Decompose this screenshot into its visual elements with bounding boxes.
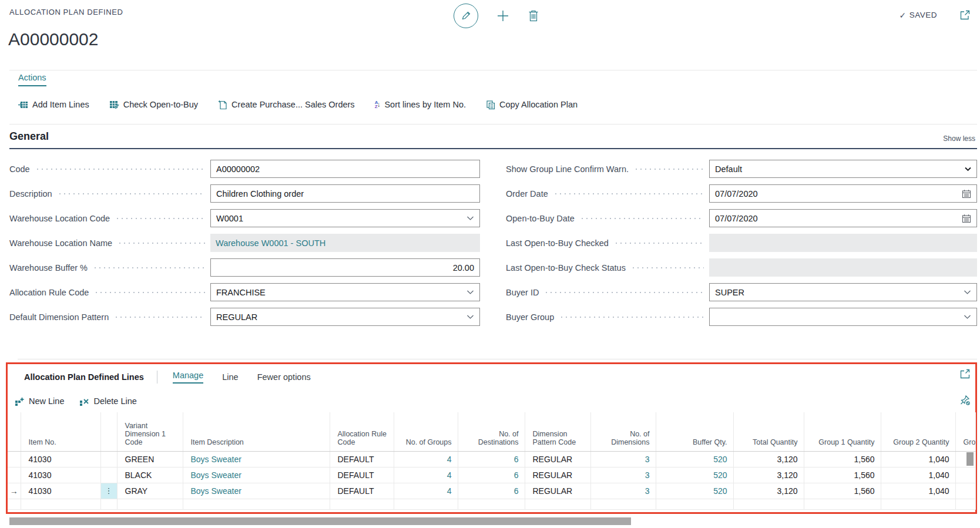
description-input[interactable] [216,189,474,199]
tab-manage[interactable]: Manage [173,371,203,384]
maximize-lines-button[interactable] [959,368,971,379]
horizontal-scrollbar-thumb[interactable] [9,517,631,525]
check-open-to-buy-icon [109,100,119,110]
col-header-no-of-groups[interactable]: No. of Groups [394,412,458,451]
chevron-down-icon[interactable] [466,216,474,221]
cell-group1-qty[interactable]: 1,560 [804,451,881,467]
cell-group3-qty-cut[interactable] [955,483,975,499]
show-less-link[interactable]: Show less [943,134,975,143]
allocation-rule-code-input[interactable] [216,288,463,297]
col-header-no-of-dimensions[interactable]: No. of Dimensions [590,412,656,451]
cell-group1-qty[interactable]: 1,560 [804,467,881,483]
chevron-down-icon[interactable] [964,314,971,320]
tab-actions[interactable]: Actions [18,73,46,86]
col-header-dimension-pattern-code[interactable]: Dimension Pattern Code [525,412,590,451]
table-vertical-scrollbar-thumb[interactable] [966,452,974,466]
cell-group2-qty[interactable]: 1,040 [881,451,955,467]
delete-line-button[interactable]: Delete Line [79,396,136,406]
warehouse-buffer-input[interactable] [216,263,474,273]
cell-buffer-qty[interactable]: 520 [656,483,733,499]
cell-no-of-destinations[interactable]: 6 [458,483,525,499]
order-date-input[interactable] [715,189,958,199]
cell-pattern-code[interactable]: REGULAR [525,467,590,483]
cell-rule-code[interactable]: DEFAULT [330,483,394,499]
cell-group1-qty[interactable]: 1,560 [804,483,881,499]
calendar-icon[interactable] [962,214,971,223]
field-label: Warehouse Location Code [9,214,110,223]
cell-no-of-groups[interactable]: 4 [394,451,458,467]
cell-item-description[interactable]: Boys Sweater [183,467,330,483]
cell-item-description[interactable]: Boys Sweater [183,483,330,499]
field-label: Show Group Line Confirm Warn. [506,164,629,174]
open-to-buy-date-input[interactable] [715,214,958,223]
delete-record-button[interactable] [528,9,539,22]
cell-no-of-dimensions[interactable]: 3 [590,467,656,483]
tab-fewer-options[interactable]: Fewer options [257,372,311,382]
cell-no-of-groups[interactable]: 4 [394,467,458,483]
cell-no-of-dimensions[interactable]: 3 [590,483,656,499]
cell-variant-code[interactable]: GRAY [117,483,183,499]
cell-group3-qty-cut[interactable] [955,467,975,483]
cell-variant-code[interactable]: BLACK [117,467,183,483]
create-purchase-sales-orders-button[interactable]: Create Purchase... Sales Orders [218,99,355,110]
cell-buffer-qty[interactable]: 520 [656,467,733,483]
cell-rule-code[interactable]: DEFAULT [330,467,394,483]
chevron-down-icon[interactable] [466,290,474,295]
default-dimension-pattern-input[interactable] [216,312,463,322]
cell-no-of-groups[interactable]: 4 [394,483,458,499]
cell-no-of-dimensions[interactable]: 3 [590,451,656,467]
cell-total-qty[interactable]: 3,120 [733,451,804,467]
cell-item-no[interactable]: 41030 [21,451,100,467]
col-header-item-no[interactable]: Item No. [21,412,100,451]
chevron-down-icon[interactable] [466,314,474,320]
calendar-icon[interactable] [962,189,971,199]
cell-options-more-button[interactable]: ⋮ [100,483,117,499]
new-record-button[interactable] [496,9,510,23]
cell-group2-qty[interactable]: 1,040 [881,467,955,483]
col-header-group-3-quantity-cut[interactable]: Gro [955,412,975,451]
cell-rule-code[interactable]: DEFAULT [330,451,394,467]
code-input[interactable] [216,164,474,174]
chevron-down-icon[interactable] [964,290,971,295]
col-header-allocation-rule-code[interactable]: Allocation Rule Code [330,412,394,451]
new-line-button[interactable]: New Line [15,396,64,406]
col-header-no-of-destinations[interactable]: No. of Destinations [458,412,525,451]
record-actions [454,4,539,28]
col-header-group-2-quantity[interactable]: Group 2 Quantity [881,412,955,451]
open-in-new-window-button[interactable] [959,9,971,21]
add-item-lines-button[interactable]: Add Item Lines [18,100,89,110]
copy-allocation-plan-button[interactable]: Copy Allocation Plan [486,100,578,110]
cell-options[interactable] [100,467,117,483]
plus-icon [496,9,510,23]
cell-buffer-qty[interactable]: 520 [656,451,733,467]
cell-item-description[interactable]: Boys Sweater [183,451,330,467]
col-header-buffer-qty[interactable]: Buffer Qty. [656,412,733,451]
tab-line[interactable]: Line [222,372,238,382]
action-toolbar: Add Item Lines Check Open-to-Buy Creat [18,95,578,114]
cell-group2-qty[interactable]: 1,040 [881,483,955,499]
sort-lines-button[interactable]: AZ ↓ Sort lines by Item No. [375,100,466,109]
general-section-rule [9,148,977,149]
show-group-line-confirm-select[interactable]: Default [709,160,977,178]
cell-item-no[interactable]: 41030 [21,467,100,483]
cell-item-no[interactable]: 41030 [21,483,100,499]
cell-options[interactable] [100,451,117,467]
cell-no-of-destinations[interactable]: 6 [458,451,525,467]
cell-pattern-code[interactable]: REGULAR [525,483,590,499]
buyer-id-input[interactable] [715,288,960,297]
warehouse-location-name-value[interactable]: Warehouse W0001 - SOUTH [210,234,480,252]
cell-variant-code[interactable]: GREEN [117,451,183,467]
edit-button[interactable] [454,4,478,28]
col-header-variant-dimension-1-code[interactable]: Variant Dimension 1 Code [117,412,183,451]
col-header-options [100,412,117,451]
check-open-to-buy-button[interactable]: Check Open-to-Buy [109,100,198,110]
buyer-group-input[interactable] [715,312,960,322]
warehouse-location-code-input[interactable] [216,214,463,223]
cell-pattern-code[interactable]: REGULAR [525,451,590,467]
col-header-item-description[interactable]: Item Description [183,412,330,451]
cell-total-qty[interactable]: 3,120 [733,467,804,483]
col-header-group-1-quantity[interactable]: Group 1 Quantity [804,412,881,451]
cell-no-of-destinations[interactable]: 6 [458,467,525,483]
col-header-total-quantity[interactable]: Total Quantity [733,412,804,451]
cell-total-qty[interactable]: 3,120 [733,483,804,499]
